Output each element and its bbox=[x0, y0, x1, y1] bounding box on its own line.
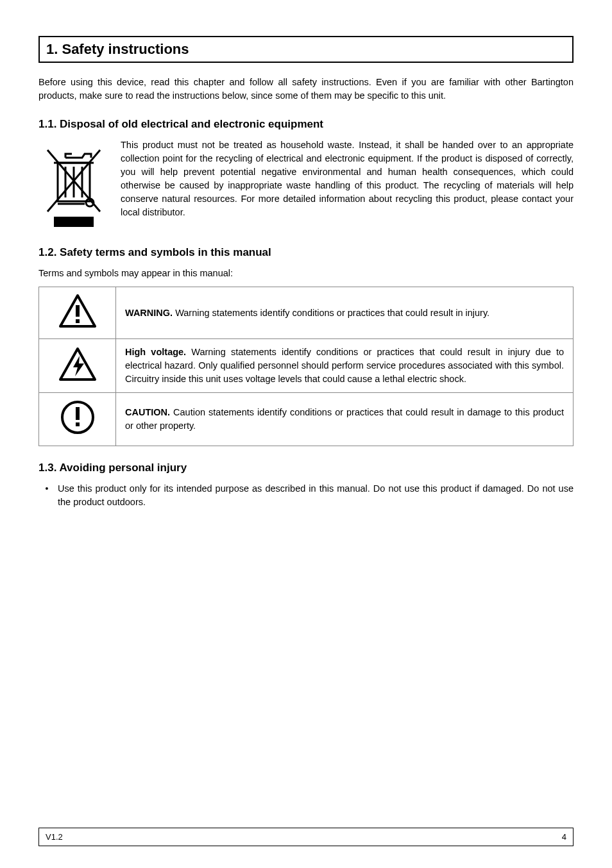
list-item: • Use this product only for its intended… bbox=[38, 482, 574, 509]
bullet-text: Use this product only for its intended p… bbox=[58, 482, 574, 509]
weee-block: This product must not be treated as hous… bbox=[38, 138, 574, 231]
page-footer: V1.2 4 bbox=[38, 828, 574, 846]
caution-text-cell: CAUTION. Caution statements identify con… bbox=[116, 393, 574, 446]
intro-paragraph: Before using this device, read this chap… bbox=[38, 76, 574, 103]
footer-version: V1.2 bbox=[46, 832, 63, 842]
bullet-list: • Use this product only for its intended… bbox=[38, 482, 574, 509]
weee-crossed-bin-icon bbox=[38, 138, 109, 231]
subsection-heading-avoiding-injury: 1.3. Avoiding personal injury bbox=[38, 462, 574, 474]
disposal-paragraph: This product must not be treated as hous… bbox=[121, 138, 574, 219]
caution-circle-icon bbox=[39, 393, 116, 446]
table-row: WARNING. Warning statements identify con… bbox=[39, 287, 574, 339]
high-voltage-triangle-icon bbox=[39, 339, 116, 393]
footer-page-number: 4 bbox=[562, 832, 566, 842]
svg-rect-16 bbox=[76, 422, 80, 426]
symbol-body: Warning statements identify conditions o… bbox=[125, 347, 564, 384]
symbol-title: CAUTION. bbox=[125, 407, 170, 417]
svg-rect-10 bbox=[76, 305, 80, 317]
section-title-box: 1. Safety instructions bbox=[38, 36, 574, 63]
warning-triangle-icon bbox=[39, 287, 116, 339]
bullet-dot-icon: • bbox=[38, 482, 49, 509]
high-voltage-text-cell: High voltage. Warning statements identif… bbox=[116, 339, 574, 393]
safety-symbol-table: WARNING. Warning statements identify con… bbox=[38, 287, 574, 446]
svg-rect-15 bbox=[76, 407, 80, 420]
subsection-heading-disposal: 1.1. Disposal of old electrical and elec… bbox=[38, 118, 574, 131]
symbol-body: Warning statements identify conditions o… bbox=[173, 308, 489, 318]
table-row: High voltage. Warning statements identif… bbox=[39, 339, 574, 393]
symbol-title: High voltage. bbox=[125, 347, 186, 357]
safety-terms-intro: Terms and symbols may appear in this man… bbox=[38, 267, 574, 280]
subsection-heading-safety-terms: 1.2. Safety terms and symbols in this ma… bbox=[38, 246, 574, 259]
svg-rect-11 bbox=[76, 319, 80, 323]
table-row: CAUTION. Caution statements identify con… bbox=[39, 393, 574, 446]
svg-rect-8 bbox=[54, 217, 94, 227]
warning-text-cell: WARNING. Warning statements identify con… bbox=[116, 287, 574, 339]
symbol-title: WARNING. bbox=[125, 308, 173, 318]
section-title: 1. Safety instructions bbox=[46, 41, 566, 58]
symbol-body: Caution statements identify conditions o… bbox=[125, 407, 564, 431]
